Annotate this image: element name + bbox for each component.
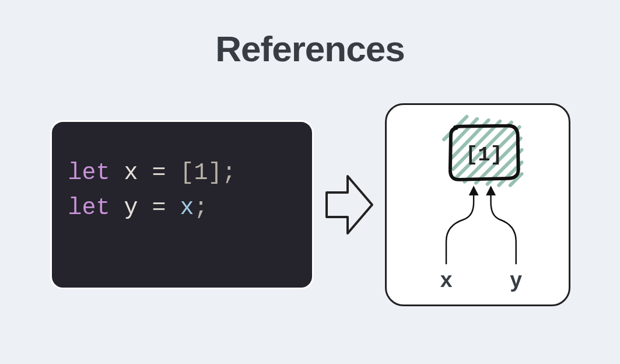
var-label-y: y	[510, 267, 522, 292]
ref-x: x	[180, 195, 194, 221]
slide-title: References	[0, 28, 620, 69]
code-line-2: let y = x;	[68, 191, 296, 226]
memory-diagram: [1] x y	[385, 103, 570, 306]
bracket-close: ]	[208, 160, 222, 186]
bracket-open: [	[180, 160, 194, 186]
var-label-x: x	[440, 267, 452, 292]
code-line-1: let x = [1];	[68, 156, 296, 191]
pointer-arrow-x	[446, 188, 474, 264]
content-row: let x = [1]; let y = x; [1]	[0, 103, 620, 306]
semi-2: ;	[194, 195, 208, 221]
kw-let-2: let	[68, 195, 110, 221]
ident-y: y	[124, 195, 138, 221]
eq-2: =	[152, 195, 166, 221]
semi-1: ;	[222, 160, 236, 186]
box-value-label: [1]	[465, 144, 503, 167]
ident-x: x	[124, 160, 138, 186]
kw-let-1: let	[68, 160, 110, 186]
num-literal: 1	[194, 160, 208, 186]
pointer-arrow-y	[491, 188, 516, 264]
svg-line-1	[450, 119, 477, 146]
eq-1: =	[152, 160, 166, 186]
arrow-right-icon	[324, 173, 374, 237]
code-block: let x = [1]; let y = x;	[50, 120, 314, 289]
